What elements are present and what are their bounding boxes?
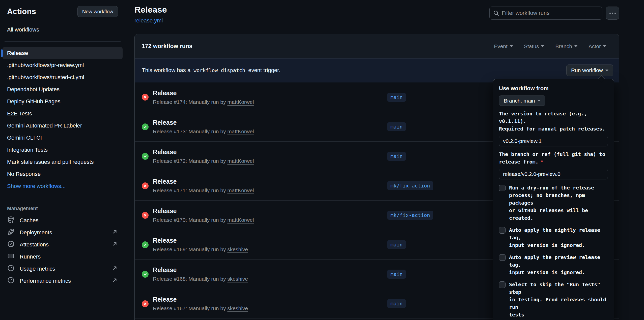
run-title-link[interactable]: Release bbox=[153, 207, 387, 215]
sidebar-divider bbox=[5, 198, 121, 198]
checkbox-3[interactable] bbox=[499, 254, 506, 261]
show-more-workflows-link[interactable]: Show more workflows... bbox=[3, 180, 123, 192]
sidebar-item-no-response[interactable]: No Response bbox=[3, 168, 123, 180]
run-actor-link[interactable]: mattKorwel bbox=[227, 187, 254, 193]
sidebar-item-deploy-github-pages[interactable]: Deploy GitHub Pages bbox=[3, 95, 123, 108]
sidebar-item-dependabot-updates[interactable]: Dependabot Updates bbox=[3, 83, 123, 95]
sidebar-item-github-workflows-pr-review-yml[interactable]: .github/workflows/pr-review.yml bbox=[3, 59, 123, 71]
sidebar-item-label: Attestations bbox=[20, 241, 49, 248]
actions-sidebar: Actions New workflow All workflows Relea… bbox=[0, 0, 125, 320]
run-workflow-dropdown-button[interactable]: Run workflow bbox=[566, 65, 613, 76]
branch-badge[interactable]: main bbox=[387, 93, 406, 102]
sidebar-item-deployments[interactable]: Deployments bbox=[3, 227, 123, 239]
sidebar-item-performance-metrics[interactable]: Performance metrics bbox=[3, 275, 123, 287]
sidebar-item-label: Runners bbox=[20, 253, 41, 260]
run-description: Release #168: Manually run by skeshive bbox=[153, 276, 387, 282]
sidebar-item-caches[interactable]: Caches bbox=[3, 214, 123, 227]
run-actor-link[interactable]: skeshive bbox=[227, 246, 248, 252]
filter-actor-dropdown[interactable]: Actor bbox=[589, 43, 606, 49]
workflow-options-kebab-button[interactable] bbox=[606, 7, 619, 20]
chevron-down-icon bbox=[541, 45, 544, 47]
run-description: Release #167: Manually run by skeshive bbox=[153, 305, 387, 311]
sidebar-item-e2e-tests[interactable]: E2E Tests bbox=[3, 108, 123, 120]
filter-event-dropdown[interactable]: Event bbox=[494, 43, 513, 49]
run-title-link[interactable]: Release bbox=[153, 296, 387, 303]
run-description: Release #174: Manually run by mattKorwel bbox=[153, 99, 387, 105]
checkbox-1[interactable] bbox=[499, 185, 506, 191]
branch-badge[interactable]: mk/fix-action bbox=[387, 211, 433, 220]
status-success-icon bbox=[142, 123, 149, 130]
popover-checkbox-row: Run a dry-run of the release process; no… bbox=[499, 184, 608, 222]
filter-status-dropdown[interactable]: Status bbox=[524, 43, 544, 49]
management-header: Management bbox=[7, 206, 118, 211]
sidebar-item-mark-stale-issues-and-pull-requests[interactable]: Mark stale issues and pull requests bbox=[3, 156, 123, 168]
version-input[interactable] bbox=[499, 136, 608, 146]
sidebar-divider bbox=[5, 41, 121, 42]
attestations-icon bbox=[7, 240, 15, 249]
run-actor-link[interactable]: mattKorwel bbox=[227, 99, 254, 105]
run-description: Release #170: Manually run by mattKorwel bbox=[153, 217, 387, 223]
run-actor-link[interactable]: mattKorwel bbox=[227, 217, 254, 223]
status-success-icon bbox=[142, 271, 149, 278]
ref-input[interactable] bbox=[499, 169, 608, 179]
run-title-link[interactable]: Release bbox=[153, 89, 387, 97]
banner-text-before: This workflow has a bbox=[142, 67, 190, 73]
sidebar-item-label: Caches bbox=[20, 217, 39, 224]
caches-icon bbox=[7, 216, 15, 225]
branch-badge[interactable]: main bbox=[387, 152, 406, 161]
sidebar-item-gemini-cli-ci[interactable]: Gemini CLI CI bbox=[3, 132, 123, 144]
sidebar-item-gemini-automated-pr-labeler[interactable]: Gemini Automated PR Labeler bbox=[3, 120, 123, 132]
page-title: Release bbox=[134, 5, 167, 14]
run-description: Release #172: Manually run by mattKorwel bbox=[153, 158, 387, 164]
run-title-link[interactable]: Release bbox=[153, 266, 387, 274]
branch-selector-label: Branch: main bbox=[504, 98, 535, 104]
run-title-link[interactable]: Release bbox=[153, 119, 387, 126]
run-title-link[interactable]: Release bbox=[153, 148, 387, 156]
chevron-down-icon bbox=[603, 45, 606, 47]
checkbox-label: Run a dry-run of the release process; no… bbox=[509, 184, 608, 222]
branch-badge[interactable]: main bbox=[387, 240, 406, 249]
run-actor-link[interactable]: mattKorwel bbox=[227, 158, 254, 164]
runs-count: 172 workflow runs bbox=[142, 43, 192, 50]
sidebar-item-github-workflows-trusted-ci-yml[interactable]: .github/workflows/trusted-ci.yml bbox=[3, 71, 123, 83]
run-description: Release #169: Manually run by skeshive bbox=[153, 246, 387, 252]
sidebar-item-release[interactable]: Release bbox=[3, 47, 123, 59]
sidebar-item-integration-tests[interactable]: Integration Tests bbox=[3, 144, 123, 156]
checkbox-2[interactable] bbox=[499, 227, 506, 234]
branch-badge[interactable]: mk/fix-action bbox=[387, 181, 433, 190]
run-workflow-popover: Use workflow from Branch: main The versi… bbox=[493, 79, 614, 320]
workflow-file-link[interactable]: release.yml bbox=[134, 17, 167, 24]
sidebar-item-usage-metrics[interactable]: Usage metrics bbox=[3, 263, 123, 275]
sidebar-item-runners[interactable]: Runners bbox=[3, 251, 123, 263]
chevron-down-icon bbox=[538, 100, 541, 102]
sidebar-item-label: Performance metrics bbox=[20, 278, 71, 284]
popover-checkbox-row: Auto apply the nightly release tag, inpu… bbox=[499, 226, 608, 249]
sidebar-item-all-workflows[interactable]: All workflows bbox=[3, 24, 123, 36]
workflow-list: Release.github/workflows/pr-review.yml.g… bbox=[3, 47, 123, 180]
branch-badge[interactable]: main bbox=[387, 270, 406, 279]
chevron-down-icon bbox=[574, 45, 577, 47]
run-workflow-dropdown-label: Run workflow bbox=[571, 67, 603, 73]
run-title-link[interactable]: Release bbox=[153, 178, 387, 185]
run-title-link[interactable]: Release bbox=[153, 237, 387, 244]
checkbox-4[interactable] bbox=[499, 281, 506, 288]
run-actor-link[interactable]: mattKorwel bbox=[227, 129, 254, 134]
run-description: Release #173: Manually run by mattKorwel bbox=[153, 129, 387, 135]
branch-badge[interactable]: main bbox=[387, 299, 406, 308]
branch-badge[interactable]: main bbox=[387, 122, 406, 131]
filter-workflow-runs-input[interactable] bbox=[489, 7, 602, 20]
run-actor-link[interactable]: skeshive bbox=[227, 276, 248, 282]
new-workflow-button[interactable]: New workflow bbox=[77, 6, 118, 17]
runs-filters: EventStatusBranchActor bbox=[494, 43, 606, 49]
run-actor-link[interactable]: skeshive bbox=[227, 305, 248, 311]
ref-input-label: The branch or ref (full git sha) to rele… bbox=[499, 150, 608, 166]
branch-selector-button[interactable]: Branch: main bbox=[499, 95, 545, 106]
status-failure-icon bbox=[142, 300, 149, 307]
status-failure-icon bbox=[142, 182, 149, 189]
sidebar-item-attestations[interactable]: Attestations bbox=[3, 239, 123, 251]
filter-branch-dropdown[interactable]: Branch bbox=[555, 43, 577, 49]
sidebar-title: Actions bbox=[7, 7, 36, 16]
checkbox-label: Auto apply the preview release tag, inpu… bbox=[509, 253, 608, 276]
banner-text-after: event trigger. bbox=[248, 67, 280, 73]
external-link-icon bbox=[111, 277, 118, 285]
